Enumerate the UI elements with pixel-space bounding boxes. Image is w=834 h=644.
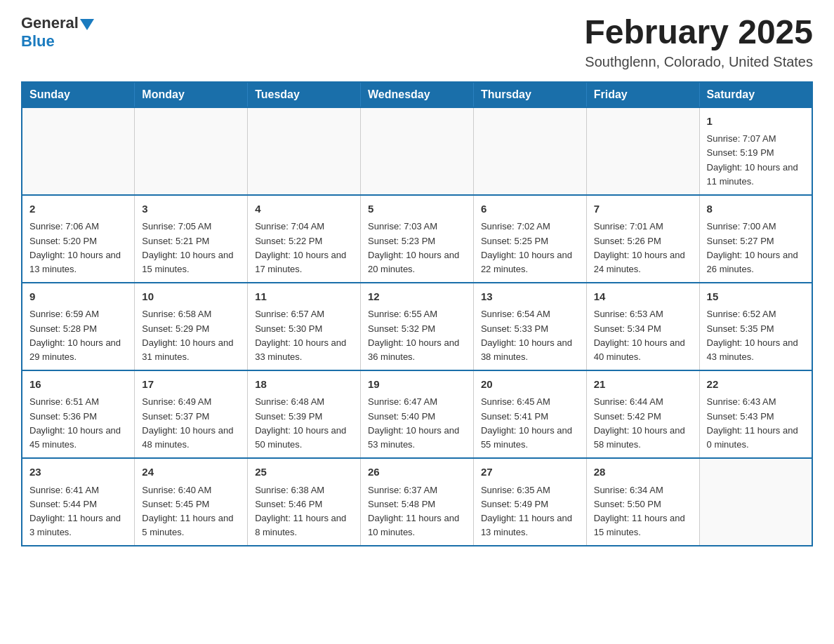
calendar-cell: 19Sunrise: 6:47 AM Sunset: 5:40 PM Dayli…	[361, 370, 474, 458]
calendar-cell: 13Sunrise: 6:54 AM Sunset: 5:33 PM Dayli…	[473, 283, 586, 370]
day-number: 17	[142, 377, 240, 393]
calendar-cell: 10Sunrise: 6:58 AM Sunset: 5:29 PM Dayli…	[135, 283, 248, 370]
calendar-cell	[135, 107, 248, 195]
logo: General Blue	[21, 14, 94, 51]
day-number: 20	[481, 377, 579, 393]
day-number: 19	[368, 377, 466, 393]
calendar-week-2: 9Sunrise: 6:59 AM Sunset: 5:28 PM Daylig…	[22, 283, 812, 370]
day-number: 15	[707, 289, 805, 305]
day-info: Sunrise: 6:49 AM Sunset: 5:37 PM Dayligh…	[142, 395, 240, 452]
calendar-cell: 11Sunrise: 6:57 AM Sunset: 5:30 PM Dayli…	[248, 283, 361, 370]
calendar-cell: 1Sunrise: 7:07 AM Sunset: 5:19 PM Daylig…	[699, 107, 812, 195]
day-info: Sunrise: 6:47 AM Sunset: 5:40 PM Dayligh…	[368, 395, 466, 452]
day-info: Sunrise: 7:05 AM Sunset: 5:21 PM Dayligh…	[142, 220, 240, 276]
calendar-body: 1Sunrise: 7:07 AM Sunset: 5:19 PM Daylig…	[22, 107, 812, 546]
day-number: 12	[368, 289, 466, 305]
day-number: 14	[594, 289, 692, 305]
weekday-header-row: SundayMondayTuesdayWednesdayThursdayFrid…	[22, 82, 812, 107]
day-number: 22	[707, 377, 805, 393]
day-info: Sunrise: 6:51 AM Sunset: 5:36 PM Dayligh…	[29, 395, 127, 452]
day-info: Sunrise: 6:48 AM Sunset: 5:39 PM Dayligh…	[255, 395, 353, 452]
day-number: 1	[707, 114, 805, 130]
calendar-cell: 2Sunrise: 7:06 AM Sunset: 5:20 PM Daylig…	[22, 195, 135, 283]
day-info: Sunrise: 6:44 AM Sunset: 5:42 PM Dayligh…	[594, 395, 692, 452]
day-number: 2	[29, 201, 127, 217]
weekday-header-thursday: Thursday	[473, 82, 586, 107]
day-number: 5	[368, 201, 466, 217]
day-info: Sunrise: 6:59 AM Sunset: 5:28 PM Dayligh…	[29, 307, 127, 364]
calendar-cell: 4Sunrise: 7:04 AM Sunset: 5:22 PM Daylig…	[248, 195, 361, 283]
logo-blue-text: Blue	[21, 32, 55, 50]
calendar-cell: 12Sunrise: 6:55 AM Sunset: 5:32 PM Dayli…	[361, 283, 474, 370]
calendar-week-4: 23Sunrise: 6:41 AM Sunset: 5:44 PM Dayli…	[22, 458, 812, 546]
day-number: 28	[594, 464, 692, 481]
day-info: Sunrise: 7:06 AM Sunset: 5:20 PM Dayligh…	[29, 220, 127, 276]
day-info: Sunrise: 7:04 AM Sunset: 5:22 PM Dayligh…	[255, 220, 353, 276]
day-info: Sunrise: 6:41 AM Sunset: 5:44 PM Dayligh…	[29, 483, 127, 540]
calendar-cell: 3Sunrise: 7:05 AM Sunset: 5:21 PM Daylig…	[135, 195, 248, 283]
day-number: 13	[481, 289, 579, 305]
day-info: Sunrise: 6:52 AM Sunset: 5:35 PM Dayligh…	[707, 307, 805, 364]
calendar-cell: 26Sunrise: 6:37 AM Sunset: 5:48 PM Dayli…	[361, 458, 474, 546]
day-number: 8	[707, 201, 805, 217]
calendar-cell	[699, 458, 812, 546]
calendar-cell: 25Sunrise: 6:38 AM Sunset: 5:46 PM Dayli…	[248, 458, 361, 546]
location-subtitle: Southglenn, Colorado, United States	[584, 54, 813, 70]
weekday-header-monday: Monday	[135, 82, 248, 107]
day-number: 26	[368, 464, 466, 481]
day-info: Sunrise: 6:38 AM Sunset: 5:46 PM Dayligh…	[255, 483, 353, 540]
calendar-header: SundayMondayTuesdayWednesdayThursdayFrid…	[22, 82, 812, 107]
calendar-cell: 23Sunrise: 6:41 AM Sunset: 5:44 PM Dayli…	[22, 458, 135, 546]
calendar-week-1: 2Sunrise: 7:06 AM Sunset: 5:20 PM Daylig…	[22, 195, 812, 283]
day-number: 24	[142, 464, 240, 481]
day-info: Sunrise: 6:43 AM Sunset: 5:43 PM Dayligh…	[707, 395, 805, 452]
calendar-cell: 17Sunrise: 6:49 AM Sunset: 5:37 PM Dayli…	[135, 370, 248, 458]
day-info: Sunrise: 7:01 AM Sunset: 5:26 PM Dayligh…	[594, 220, 692, 276]
calendar-cell: 28Sunrise: 6:34 AM Sunset: 5:50 PM Dayli…	[586, 458, 699, 546]
calendar-week-0: 1Sunrise: 7:07 AM Sunset: 5:19 PM Daylig…	[22, 107, 812, 195]
day-info: Sunrise: 6:55 AM Sunset: 5:32 PM Dayligh…	[368, 307, 466, 364]
calendar-cell: 15Sunrise: 6:52 AM Sunset: 5:35 PM Dayli…	[699, 283, 812, 370]
day-info: Sunrise: 7:02 AM Sunset: 5:25 PM Dayligh…	[481, 220, 579, 276]
day-number: 4	[255, 201, 353, 217]
logo-triangle-icon	[80, 19, 94, 30]
weekday-header-tuesday: Tuesday	[248, 82, 361, 107]
weekday-header-friday: Friday	[586, 82, 699, 107]
day-number: 18	[255, 377, 353, 393]
calendar-cell	[248, 107, 361, 195]
day-number: 16	[29, 377, 127, 393]
day-info: Sunrise: 6:40 AM Sunset: 5:45 PM Dayligh…	[142, 483, 240, 540]
calendar-week-3: 16Sunrise: 6:51 AM Sunset: 5:36 PM Dayli…	[22, 370, 812, 458]
day-number: 27	[481, 464, 579, 481]
day-info: Sunrise: 7:00 AM Sunset: 5:27 PM Dayligh…	[707, 220, 805, 276]
calendar-cell	[586, 107, 699, 195]
day-info: Sunrise: 6:35 AM Sunset: 5:49 PM Dayligh…	[481, 483, 579, 540]
header-title-area: February 2025 Southglenn, Colorado, Unit…	[584, 14, 813, 70]
day-info: Sunrise: 6:54 AM Sunset: 5:33 PM Dayligh…	[481, 307, 579, 364]
day-number: 7	[594, 201, 692, 217]
day-number: 11	[255, 289, 353, 305]
calendar-cell: 27Sunrise: 6:35 AM Sunset: 5:49 PM Dayli…	[473, 458, 586, 546]
day-number: 9	[29, 289, 127, 305]
calendar-cell: 22Sunrise: 6:43 AM Sunset: 5:43 PM Dayli…	[699, 370, 812, 458]
day-info: Sunrise: 6:58 AM Sunset: 5:29 PM Dayligh…	[142, 307, 240, 364]
calendar-cell: 24Sunrise: 6:40 AM Sunset: 5:45 PM Dayli…	[135, 458, 248, 546]
calendar-cell	[22, 107, 135, 195]
day-info: Sunrise: 6:45 AM Sunset: 5:41 PM Dayligh…	[481, 395, 579, 452]
day-info: Sunrise: 7:07 AM Sunset: 5:19 PM Dayligh…	[707, 132, 805, 189]
month-title: February 2025	[584, 14, 813, 51]
calendar-cell: 7Sunrise: 7:01 AM Sunset: 5:26 PM Daylig…	[586, 195, 699, 283]
calendar-cell: 5Sunrise: 7:03 AM Sunset: 5:23 PM Daylig…	[361, 195, 474, 283]
day-number: 23	[29, 464, 127, 481]
calendar-cell: 9Sunrise: 6:59 AM Sunset: 5:28 PM Daylig…	[22, 283, 135, 370]
calendar-table: SundayMondayTuesdayWednesdayThursdayFrid…	[21, 81, 813, 546]
day-info: Sunrise: 6:37 AM Sunset: 5:48 PM Dayligh…	[368, 483, 466, 540]
day-info: Sunrise: 6:57 AM Sunset: 5:30 PM Dayligh…	[255, 307, 353, 364]
calendar-cell: 18Sunrise: 6:48 AM Sunset: 5:39 PM Dayli…	[248, 370, 361, 458]
calendar-cell: 8Sunrise: 7:00 AM Sunset: 5:27 PM Daylig…	[699, 195, 812, 283]
weekday-header-saturday: Saturday	[699, 82, 812, 107]
day-number: 10	[142, 289, 240, 305]
day-number: 3	[142, 201, 240, 217]
calendar-cell: 6Sunrise: 7:02 AM Sunset: 5:25 PM Daylig…	[473, 195, 586, 283]
calendar-cell: 16Sunrise: 6:51 AM Sunset: 5:36 PM Dayli…	[22, 370, 135, 458]
